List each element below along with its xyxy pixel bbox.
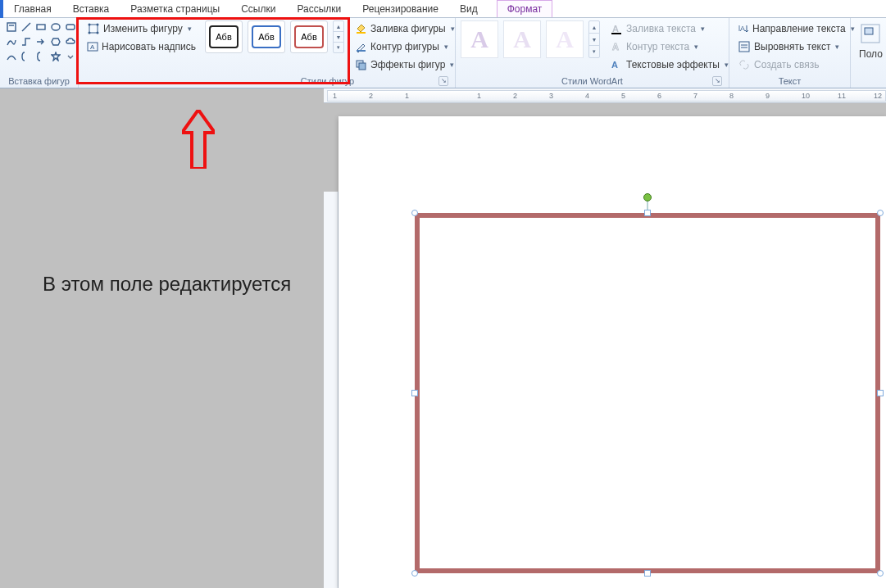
spacer [856, 75, 886, 88]
shape-outline-button[interactable]: Контур фигуры ▾ [351, 38, 458, 55]
shape-connector-icon[interactable] [20, 35, 33, 48]
ruler-tick: 7 [693, 92, 697, 100]
shapes-gallery[interactable] [5, 20, 77, 63]
shapes-more-icon[interactable] [64, 50, 77, 63]
shape-freeform-icon[interactable] [5, 35, 18, 48]
resize-handle-ml[interactable] [411, 390, 418, 396]
shape-fill-button[interactable]: Заливка фигуры ▾ [351, 20, 458, 37]
edit-shape-button[interactable]: Изменить фигуру ▾ [84, 20, 195, 37]
scroll-down-icon[interactable]: ▼ [589, 34, 599, 46]
spacer [84, 75, 195, 88]
position-icon [859, 22, 882, 45]
vertical-ruler[interactable] [324, 192, 338, 588]
link-icon [738, 58, 751, 71]
ruler-tick: 8 [729, 92, 734, 100]
tab-review[interactable]: Рецензирование [352, 0, 449, 17]
resize-handle-bm[interactable] [644, 570, 651, 577]
resize-handle-tl[interactable] [411, 210, 418, 216]
style-swatch-2[interactable]: Абв [248, 20, 285, 53]
group-label-text: Текст [734, 75, 845, 88]
group-insert-shapes: Вставка фигур [0, 18, 79, 88]
horizontal-ruler[interactable]: 1211234567891011121314 [324, 88, 886, 103]
ruler-tick: 2 [369, 92, 373, 100]
wordart-gallery[interactable]: A A A ▲ ▼ ▾ [461, 20, 600, 58]
paint-bucket-icon [354, 22, 367, 35]
shape-rect-icon[interactable] [34, 20, 48, 34]
gallery-more-icon[interactable]: ▾ [334, 43, 343, 52]
tab-view[interactable]: Вид [449, 0, 488, 17]
tab-mailings[interactable]: Рассылки [286, 0, 352, 17]
textbox-icon: A [87, 40, 98, 53]
rotation-handle[interactable] [643, 193, 652, 201]
tab-references[interactable]: Ссылки [230, 0, 286, 17]
wordart-swatch-1[interactable]: A [461, 20, 498, 58]
text-effects-button[interactable]: A Текстовые эффекты ▾ [607, 57, 732, 73]
shape-roundrect-icon[interactable] [64, 20, 77, 34]
wordart-swatch-3[interactable]: A [546, 20, 584, 58]
dialog-launcher-icon[interactable]: ↘ [712, 76, 722, 86]
shape-brace-icon[interactable] [34, 50, 48, 63]
group-label-wordart: Стили WordArt ↘ [461, 75, 724, 88]
resize-handle-br[interactable] [877, 570, 884, 577]
resize-handle-tm[interactable] [644, 210, 651, 216]
group-label-text: Стили фигур [301, 76, 354, 86]
shape-effects-button[interactable]: Эффекты фигур ▾ [351, 57, 458, 73]
ruler-tick: 10 [802, 92, 810, 100]
shape-style-gallery[interactable]: Абв Абв Абв ▲ ▼ ▾ [205, 20, 344, 53]
shape-arrow-icon[interactable] [34, 35, 48, 48]
text-direction-button[interactable]: lA Направление текста ▾ [734, 20, 845, 37]
shape-hexagon-icon[interactable] [49, 35, 62, 48]
svg-marker-6 [52, 38, 60, 45]
resize-handle-tr[interactable] [877, 210, 884, 216]
shape-line-icon[interactable] [20, 20, 33, 34]
shape-cloud-icon[interactable] [64, 35, 77, 48]
effects-icon [354, 58, 367, 71]
resize-handle-mr[interactable] [877, 390, 884, 396]
text-effects-icon: A [610, 58, 623, 71]
swatch-label: Абв [216, 32, 231, 42]
shape-curve-icon[interactable] [5, 50, 18, 63]
svg-point-12 [97, 32, 99, 34]
style-swatch-1[interactable]: Абв [205, 20, 243, 53]
dropdown-icon: ▾ [451, 25, 455, 33]
position-button[interactable]: Поло [856, 20, 886, 61]
style-swatch-3[interactable]: Абв [290, 20, 328, 53]
selected-shape[interactable] [415, 213, 880, 573]
dropdown-icon: ▾ [701, 25, 705, 33]
tab-format[interactable]: Формат [497, 0, 553, 17]
dropdown-icon: ▾ [694, 43, 698, 51]
dialog-launcher-icon[interactable]: ↘ [438, 76, 448, 86]
draw-textbox-button[interactable]: A Нарисовать надпись [84, 38, 195, 55]
scroll-down-icon[interactable]: ▼ [334, 32, 343, 43]
text-outline-button[interactable]: A Контур текста ▾ [607, 38, 732, 55]
shape-textbox-icon[interactable] [5, 20, 18, 34]
dropdown-icon: ▾ [835, 43, 839, 51]
scroll-up-icon[interactable]: ▲ [334, 21, 343, 32]
ruler-tick: 3 [549, 92, 553, 100]
shape-fill-label: Заливка фигуры [370, 23, 446, 34]
svg-rect-16 [357, 50, 366, 52]
edit-shape-label: Изменить фигуру [103, 23, 183, 34]
gallery-scroll[interactable]: ▲ ▼ ▾ [333, 20, 344, 53]
shape-rectangle[interactable] [415, 213, 880, 573]
dropdown-icon: ▾ [725, 61, 729, 69]
text-outline-label: Контур текста [626, 41, 689, 52]
align-text-button[interactable]: Выровнять текст ▾ [734, 38, 845, 55]
gallery-more-icon[interactable]: ▾ [589, 46, 599, 57]
create-link-button[interactable]: Создать связь [734, 57, 845, 73]
resize-handle-bl[interactable] [411, 570, 418, 577]
shape-star-icon[interactable] [49, 50, 62, 63]
text-outline-icon: A [610, 40, 623, 53]
ruler-tick: 12 [874, 92, 882, 100]
tab-layout[interactable]: Разметка страницы [120, 0, 230, 17]
wordart-gallery-scroll[interactable]: ▲ ▼ ▾ [588, 20, 600, 58]
tab-home[interactable]: Главная [3, 0, 62, 17]
scroll-up-icon[interactable]: ▲ [589, 21, 599, 34]
shape-bracket-icon[interactable] [20, 50, 33, 63]
shape-ellipse-icon[interactable] [49, 20, 62, 34]
ruler-tick: 1 [333, 92, 337, 100]
svg-rect-18 [359, 63, 366, 70]
wordart-swatch-2[interactable]: A [503, 20, 541, 58]
text-fill-button[interactable]: A Заливка текста ▾ [607, 20, 732, 37]
tab-insert[interactable]: Вставка [62, 0, 120, 17]
